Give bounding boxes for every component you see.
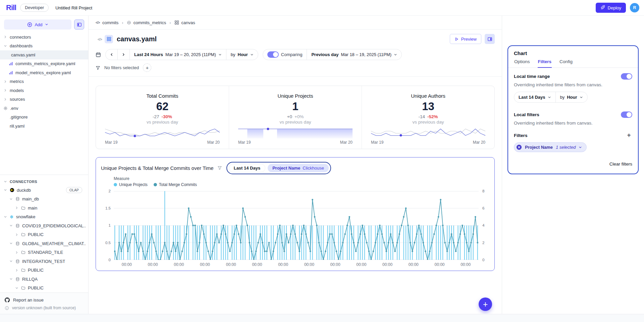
tab-options[interactable]: Options (514, 59, 530, 67)
connector-label: snowflake (16, 214, 36, 219)
preview-button[interactable]: Preview (450, 34, 481, 44)
clear-filters-button[interactable]: Clear filters (609, 162, 632, 167)
next-range-button[interactable] (118, 49, 129, 60)
connector-item-main[interactable]: main (0, 203, 88, 213)
chart-filter-pills: Last 14 Days Project Name Clickhouse (226, 162, 331, 174)
sidebar-item-sources[interactable]: sources (0, 95, 88, 104)
sidebar-item-canvas-yaml[interactable]: canvas.yaml (0, 50, 88, 59)
code-view-toggle[interactable]: </> (96, 35, 104, 43)
file-label: dashboards (10, 43, 33, 48)
sidebar-item-rill-yaml[interactable]: rill.yaml (0, 122, 88, 131)
canvas-view-toggle[interactable] (105, 35, 113, 43)
connector-item-standard-tile[interactable]: STANDARD_TILE (0, 248, 88, 257)
prev-range-button[interactable] (106, 49, 117, 60)
chevron-down-icon (9, 242, 13, 245)
time-filter-bar: Last 24 Hours Mar 19 – 20, 2025 (11PM) b… (89, 47, 502, 77)
comparing-toggle[interactable] (267, 51, 279, 58)
local-time-range-description: Overriding inherited time filters from c… (514, 82, 632, 87)
top-bar: Rill Developer Untitled Rill Project Dep… (0, 0, 644, 16)
chevron-right-icon (3, 98, 7, 101)
add-widget-button[interactable]: + (479, 297, 492, 311)
local-range-selector[interactable]: Last 14 Days (514, 92, 555, 102)
version-label: version unknown (built from source) (12, 306, 76, 310)
add-local-filter-button[interactable]: + (626, 132, 632, 139)
time-series-chart-card[interactable]: Unique Projects & Total Merge Commits ov… (96, 157, 495, 271)
chart-legend: Unique ProjectsTotal Merge Commits (114, 182, 489, 187)
sidebar-item-connectors[interactable]: connectors (0, 33, 88, 42)
local-time-range-toggle[interactable] (621, 73, 632, 80)
y-left-tick: 2 (109, 189, 111, 193)
time-grain-selector[interactable]: by Hour (226, 49, 258, 60)
y-right-tick: 0 (482, 258, 484, 262)
breadcrumb-item-commits-metrics[interactable]: commits_metrics (127, 20, 166, 25)
sidebar-item-models[interactable]: models (0, 86, 88, 95)
breadcrumb-item-commits[interactable]: </> commits (96, 20, 118, 25)
time-range-selector[interactable]: Last 24 Hours Mar 19 – 20, 2025 (11PM) (130, 49, 226, 60)
chevron-down-icon (3, 180, 7, 183)
kpi-unique-projects[interactable]: Unique Projects1+0+0%vs previous dayMar … (229, 86, 362, 149)
chart-time-pill[interactable]: Last 14 Days (229, 164, 266, 172)
local-time-range-pill: Last 14 Days by Hour (514, 92, 588, 103)
report-issue-link[interactable]: Report an issue (5, 296, 84, 304)
x-axis-labels: 00:0000:0000:0000:0000:0000:0000:0000:00… (114, 262, 479, 267)
inspector-toggle-button[interactable] (485, 34, 495, 44)
chevron-down-icon (9, 197, 13, 201)
filter-funnel-icon (96, 65, 100, 70)
rill-logo[interactable]: Rill (6, 3, 16, 12)
tab-config[interactable]: Config (559, 59, 573, 67)
comparison-range-selector[interactable]: Previous day Mar 18 – 19, 2025 (11PM) (307, 49, 401, 60)
connector-item-rillqa[interactable]: RILLQA (0, 275, 88, 284)
kpi-unique-authors[interactable]: Unique Authors13-14-52%vs previous dayMa… (362, 86, 494, 149)
chevron-down-icon (15, 286, 19, 290)
connector-item-integration-test[interactable]: INTEGRATION_TEST (0, 257, 88, 266)
chart-plot-area[interactable] (114, 191, 479, 260)
deploy-button[interactable]: Deploy (596, 3, 626, 13)
connector-item-public[interactable]: PUBLIC (0, 230, 88, 239)
add-button[interactable]: Add (4, 19, 71, 30)
kpi-delta: -14-52% (362, 114, 494, 119)
connectors-header[interactable]: CONNECTORS (0, 177, 88, 186)
explore-icon (9, 61, 13, 66)
tab-filters[interactable]: Filters (538, 59, 552, 68)
breadcrumb-item-canvas[interactable]: canvas (174, 20, 195, 25)
sidebar-item-commits-metrics-explore-yaml[interactable]: commits_metrics_explore.yaml (0, 59, 88, 68)
sidebar-item-env[interactable]: .env (0, 104, 88, 113)
chart-dimension-pill[interactable]: Project Name Clickhouse (268, 164, 329, 172)
calendar-icon[interactable] (96, 52, 101, 57)
connector-item-global-weather-climat[interactable]: GLOBAL_WEATHER__CLIMAT... (0, 239, 88, 248)
connector-label: GLOBAL_WEATHER__CLIMAT... (22, 241, 86, 246)
legend-item-total-merge-commits[interactable]: Total Merge Commits (154, 182, 197, 187)
sidebar-item-model-metrics-explore-yaml[interactable]: model_metrics_explore.yaml (0, 68, 88, 77)
sidebar-item-metrics[interactable]: metrics (0, 77, 88, 86)
add-filter-button[interactable]: + (143, 63, 151, 72)
y-left-tick: 1 (109, 223, 111, 227)
legend-item-unique-projects[interactable]: Unique Projects (114, 182, 148, 187)
olap-badge: OLAP (66, 187, 82, 193)
chevron-down-icon (548, 96, 551, 99)
sidebar-collapse-button[interactable] (74, 19, 84, 30)
connector-item-snowflake[interactable]: ❄snowflake (0, 213, 88, 222)
kpi-total-commits[interactable]: Total Commits62-27-30%vs previous dayMar… (96, 86, 229, 149)
connector-item-covid19-epidemiological[interactable]: COVID19_EPIDEMIOLOGICAL... (0, 221, 88, 230)
x-axis-tick: 00:00 (114, 262, 140, 267)
x-axis-tick: 00:00 (452, 262, 479, 267)
page-title: canvas.yaml (117, 35, 157, 43)
duckdb-icon (10, 188, 14, 192)
folder-icon (21, 206, 25, 210)
avatar[interactable]: R (630, 3, 639, 12)
sidebar-item-gitignore[interactable]: .gitignore (0, 113, 88, 122)
connector-item-public[interactable]: PUBLIC (0, 266, 88, 275)
local-filters-toggle[interactable] (621, 111, 632, 118)
chart-filter-icon[interactable] (217, 166, 222, 170)
connector-item-main-db[interactable]: main_db (0, 195, 88, 204)
connector-item-public[interactable]: PUBLIC (0, 284, 88, 293)
plus-circle-icon (27, 22, 32, 27)
kpi-card-group: Total Commits62-27-30%vs previous dayMar… (96, 86, 495, 149)
sidebar-item-dashboards[interactable]: dashboards (0, 42, 88, 51)
remove-filter-icon[interactable] (516, 144, 522, 150)
local-grain-selector[interactable]: by Hour (556, 92, 587, 102)
connector-item-duckdb[interactable]: duckdbOLAP (0, 186, 88, 195)
project-name-filter-chip[interactable]: Project Name 1 selected (514, 142, 587, 152)
add-label: Add (35, 22, 42, 27)
explore-icon (9, 71, 13, 75)
